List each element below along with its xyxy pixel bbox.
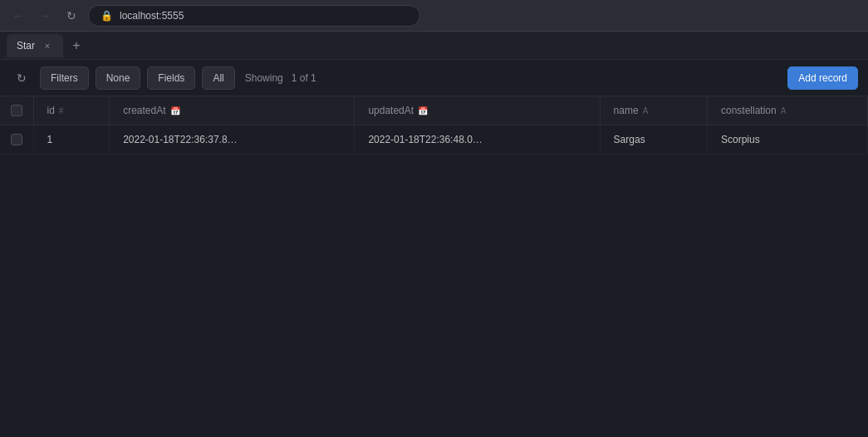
all-button[interactable]: All	[202, 66, 234, 90]
lock-icon: 🔒	[101, 10, 113, 22]
col-header-id: id #	[33, 96, 110, 125]
browser-chrome: ← → ↻ 🔒 localhost:5555	[0, 0, 868, 32]
toolbar: ↻ Filters None Fields All Showing 1 of 1…	[0, 60, 868, 96]
updated-at-filter-icon[interactable]: 📅	[418, 106, 428, 115]
col-header-updated-at: updatedAt 📅	[355, 96, 600, 125]
address-bar[interactable]: 🔒 localhost:5555	[88, 5, 420, 27]
select-all-checkbox[interactable]	[11, 105, 22, 116]
col-header-constellation: constellation A	[708, 96, 868, 125]
back-button[interactable]: ←	[8, 6, 28, 26]
showing-label: Showing 1 of 1	[245, 72, 316, 84]
data-table: id # createdAt 📅 updatedAt 📅	[0, 96, 868, 155]
cell-name: Sargas	[600, 125, 707, 155]
row-checkbox-cell	[0, 125, 33, 155]
table-row: 12022-01-18T22:36:37.8…2022-01-18T22:36:…	[0, 125, 868, 155]
cell-constellation: Scorpius	[708, 125, 868, 155]
cell-updatedAt: 2022-01-18T22:36:48.0…	[355, 125, 600, 155]
cell-id: 1	[33, 125, 110, 155]
table-body: 12022-01-18T22:36:37.8…2022-01-18T22:36:…	[0, 125, 868, 155]
none-button[interactable]: None	[96, 66, 141, 90]
reload-button[interactable]: ↻	[61, 6, 81, 26]
new-tab-button[interactable]: +	[66, 36, 86, 56]
url-text: localhost:5555	[120, 10, 184, 22]
constellation-sort-icon[interactable]: A	[781, 106, 787, 115]
table-container: id # createdAt 📅 updatedAt 📅	[0, 96, 868, 155]
showing-value: 1 of 1	[292, 72, 316, 84]
created-at-filter-icon[interactable]: 📅	[170, 106, 180, 115]
col-header-checkbox	[0, 96, 33, 125]
col-header-name: name A	[600, 96, 707, 125]
filters-button[interactable]: Filters	[40, 66, 89, 90]
col-header-created-at: createdAt 📅	[110, 96, 355, 125]
tab-bar: Star × +	[0, 32, 868, 60]
table-header-row: id # createdAt 📅 updatedAt 📅	[0, 96, 868, 125]
tab-close-button[interactable]: ×	[42, 40, 53, 52]
id-sort-icon[interactable]: #	[59, 106, 64, 115]
refresh-button[interactable]: ↻	[10, 66, 33, 90]
forward-button[interactable]: →	[35, 6, 55, 26]
tab-label: Star	[17, 40, 35, 52]
name-sort-icon[interactable]: A	[643, 106, 649, 115]
row-checkbox[interactable]	[11, 134, 22, 145]
fields-button[interactable]: Fields	[147, 66, 195, 90]
cell-createdAt: 2022-01-18T22:36:37.8…	[110, 125, 355, 155]
add-record-button[interactable]: Add record	[787, 66, 858, 90]
star-tab[interactable]: Star ×	[7, 34, 63, 57]
